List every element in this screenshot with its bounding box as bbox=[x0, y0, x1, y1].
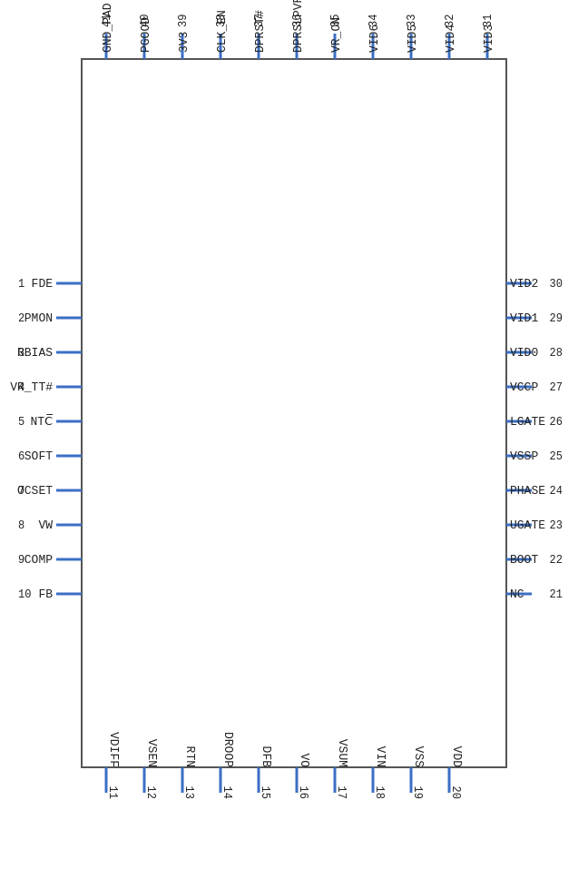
pin-number-10: 10 bbox=[18, 588, 31, 601]
pin-number-32: 32 bbox=[444, 15, 456, 27]
pin-number-11: 11 bbox=[106, 786, 119, 799]
pin-label-10: FB bbox=[38, 588, 53, 601]
pin-number-3: 3 bbox=[18, 347, 24, 360]
pin-number-23: 23 bbox=[550, 519, 563, 532]
pin-number-7: 7 bbox=[18, 485, 24, 498]
pin-label-17: VSUM bbox=[336, 739, 349, 767]
diagram-container: FDE 1 PMON 2 RBIAS 3 VR_TT# 4 NTC̅ 5 SOF… bbox=[0, 0, 588, 879]
pin-number-39: 39 bbox=[177, 15, 190, 27]
pin-label-6: SOFT bbox=[24, 449, 53, 463]
pin-number-4: 4 bbox=[18, 381, 24, 394]
pin-number-31: 31 bbox=[482, 15, 495, 27]
pin-label-11: VDIFF bbox=[107, 732, 121, 767]
pin-label-26: LGATE bbox=[510, 415, 545, 429]
pin-label-34: VID6 bbox=[368, 25, 381, 53]
pin-label-9: COMP bbox=[24, 553, 53, 567]
pin-number-37: 37 bbox=[253, 15, 266, 27]
pin-number-9: 9 bbox=[18, 554, 24, 567]
pin-label-32: VID4 bbox=[444, 25, 457, 53]
pin-number-15: 15 bbox=[259, 786, 271, 799]
pin-label-1: FDE bbox=[32, 277, 54, 291]
pin-number-36: 36 bbox=[291, 15, 304, 27]
pin-number-35: 35 bbox=[329, 15, 342, 27]
pin-number-14: 14 bbox=[220, 786, 233, 799]
pin-number-17: 17 bbox=[335, 786, 348, 799]
pin-number-30: 30 bbox=[550, 278, 563, 291]
pin-label-15: DFB bbox=[260, 746, 273, 768]
pin-label-21: NC bbox=[510, 588, 524, 601]
pin-number-40: 40 bbox=[139, 15, 152, 27]
pin-number-20: 20 bbox=[449, 786, 462, 799]
pin-number-33: 33 bbox=[406, 15, 418, 27]
pin-number-27: 27 bbox=[550, 381, 563, 394]
pin-label-8: VW bbox=[38, 519, 53, 532]
pin-number-13: 13 bbox=[182, 786, 195, 799]
pin-number-19: 19 bbox=[411, 786, 424, 799]
pin-number-12: 12 bbox=[144, 786, 157, 799]
pin-label-4: VR_TT# bbox=[10, 380, 53, 394]
pin-number-22: 22 bbox=[550, 554, 563, 567]
pin-number-25: 25 bbox=[550, 450, 563, 463]
pin-label-13: RTN bbox=[183, 746, 197, 767]
pin-label-31: VID3 bbox=[482, 25, 495, 53]
pin-label-14: DROOP bbox=[221, 732, 235, 767]
pin-number-18: 18 bbox=[373, 786, 386, 799]
pin-number-5: 5 bbox=[18, 416, 24, 429]
pin-number-21: 21 bbox=[550, 588, 563, 601]
pin-number-6: 6 bbox=[18, 450, 24, 463]
pin-label-27: VCCP bbox=[510, 380, 538, 394]
pin-label-28: VID0 bbox=[510, 346, 538, 360]
pin-label-24: PHASE bbox=[510, 484, 545, 498]
pin-number-8: 8 bbox=[18, 519, 24, 532]
pin-label-19: VSS bbox=[412, 746, 426, 768]
pin-number-2: 2 bbox=[18, 312, 24, 325]
pin-label-16: VO bbox=[298, 753, 311, 767]
pin-label-29: VID1 bbox=[510, 311, 538, 325]
pin-number-34: 34 bbox=[368, 15, 380, 27]
pin-number-38: 38 bbox=[215, 15, 228, 27]
pin-label-12: VSEN bbox=[145, 739, 159, 767]
pin-label-22: BOOT bbox=[510, 553, 538, 567]
pin-label-39: 3V3 bbox=[177, 32, 191, 53]
ic-body bbox=[82, 59, 506, 767]
pin-number-1: 1 bbox=[18, 278, 24, 291]
pin-label-33: VID5 bbox=[406, 25, 419, 53]
pin-label-2: PMON bbox=[24, 311, 53, 325]
pin-number-28: 28 bbox=[550, 347, 563, 360]
pin-label-25: VSSP bbox=[510, 449, 538, 463]
pin-label-5: NTC̅ bbox=[30, 414, 54, 429]
pin-label-30: VID2 bbox=[510, 277, 538, 291]
pin-label-20: VDD bbox=[450, 746, 464, 768]
pin-number-26: 26 bbox=[550, 416, 563, 429]
pin-label-18: VIN bbox=[374, 746, 387, 767]
pin-number-16: 16 bbox=[297, 786, 309, 799]
pin-number-41: 41 bbox=[101, 15, 113, 27]
pin-number-29: 29 bbox=[550, 312, 563, 325]
pin-label-23: UGATE bbox=[510, 519, 545, 532]
pin-number-24: 24 bbox=[550, 485, 563, 498]
